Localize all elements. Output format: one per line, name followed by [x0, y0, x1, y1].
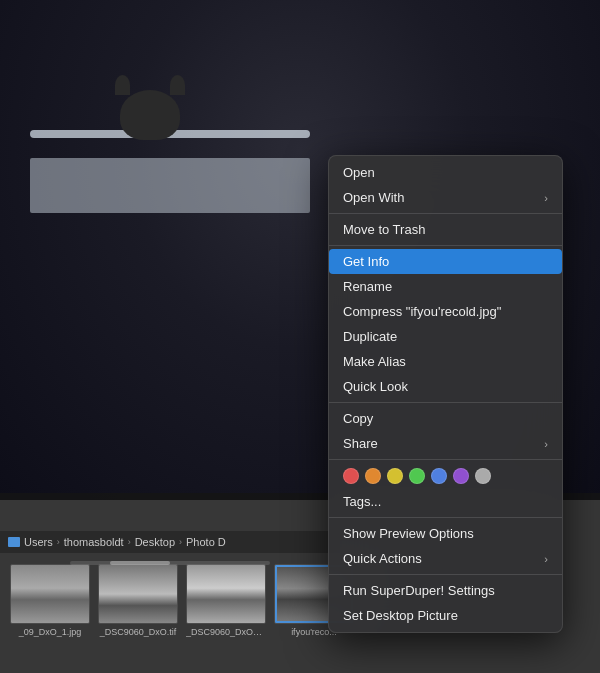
submenu-arrow-icon: ›	[544, 438, 548, 450]
thumbnail-container: _DSC9060_DxO.tif	[98, 564, 178, 637]
breadcrumb-item[interactable]: Desktop	[135, 536, 175, 548]
raccoon-ear-right	[170, 75, 185, 95]
menu-item-rename[interactable]: Rename	[329, 274, 562, 299]
menu-label-share: Share	[343, 436, 378, 451]
breadcrumb-separator: ›	[179, 537, 182, 547]
breadcrumb-separator: ›	[128, 537, 131, 547]
menu-item-share[interactable]: Share ›	[329, 431, 562, 456]
menu-separator	[329, 459, 562, 460]
menu-item-set-desktop[interactable]: Set Desktop Picture	[329, 603, 562, 628]
color-tag-gray[interactable]	[475, 468, 491, 484]
menu-item-open[interactable]: Open	[329, 160, 562, 185]
menu-item-tags[interactable]: Tags...	[329, 489, 562, 514]
menu-label-tags: Tags...	[343, 494, 381, 509]
color-tag-purple[interactable]	[453, 468, 469, 484]
menu-item-get-info[interactable]: Get Info	[329, 249, 562, 274]
menu-item-show-preview-options[interactable]: Show Preview Options	[329, 521, 562, 546]
menu-label-open: Open	[343, 165, 375, 180]
menu-item-quick-look[interactable]: Quick Look	[329, 374, 562, 399]
menu-separator	[329, 402, 562, 403]
thumbnail-image	[187, 565, 265, 623]
color-tag-yellow[interactable]	[387, 468, 403, 484]
folder-icon	[8, 537, 20, 547]
menu-item-quick-actions[interactable]: Quick Actions ›	[329, 546, 562, 571]
thumbnail[interactable]	[98, 564, 178, 624]
menu-separator	[329, 245, 562, 246]
color-tag-blue[interactable]	[431, 468, 447, 484]
breadcrumb-item[interactable]: Users	[24, 536, 53, 548]
menu-item-compress[interactable]: Compress "ifyou'recold.jpg"	[329, 299, 562, 324]
menu-label-show-preview-options: Show Preview Options	[343, 526, 474, 541]
breadcrumb: Users › thomasboldt › Desktop › Photo D	[0, 531, 340, 553]
menu-item-copy[interactable]: Copy	[329, 406, 562, 431]
thumbnail[interactable]	[10, 564, 90, 624]
menu-item-run-superduper[interactable]: Run SuperDuper! Settings	[329, 578, 562, 603]
menu-label-move-to-trash: Move to Trash	[343, 222, 425, 237]
thumbnail-image	[11, 565, 89, 623]
menu-separator	[329, 517, 562, 518]
breadcrumb-separator: ›	[57, 537, 60, 547]
menu-separator	[329, 574, 562, 575]
menu-label-quick-look: Quick Look	[343, 379, 408, 394]
menu-label-get-info: Get Info	[343, 254, 389, 269]
menu-item-make-alias[interactable]: Make Alias	[329, 349, 562, 374]
thumbnail-label: _09_DxO_1.jpg	[10, 627, 90, 637]
raccoon-ear-left	[115, 75, 130, 95]
thumbnail-label: _DSC9060_DxOEdit.jpg	[186, 627, 266, 637]
menu-label-run-superduper: Run SuperDuper! Settings	[343, 583, 495, 598]
thumbnail-container: _DSC9060_DxOEdit.jpg	[186, 564, 266, 637]
thumbnail[interactable]	[186, 564, 266, 624]
snow-roof	[30, 158, 310, 213]
thumbnail-label: _DSC9060_DxO.tif	[98, 627, 178, 637]
menu-label-open-with: Open With	[343, 190, 404, 205]
color-tag-orange[interactable]	[365, 468, 381, 484]
menu-label-copy: Copy	[343, 411, 373, 426]
raccoon-body	[120, 90, 180, 140]
breadcrumb-item[interactable]: Photo D	[186, 536, 226, 548]
context-menu: Open Open With › Move to Trash Get Info …	[328, 155, 563, 633]
menu-label-compress: Compress "ifyou'recold.jpg"	[343, 304, 501, 319]
menu-label-set-desktop: Set Desktop Picture	[343, 608, 458, 623]
menu-label-rename: Rename	[343, 279, 392, 294]
menu-item-duplicate[interactable]: Duplicate	[329, 324, 562, 349]
submenu-arrow-icon: ›	[544, 192, 548, 204]
menu-separator	[329, 213, 562, 214]
menu-label-duplicate: Duplicate	[343, 329, 397, 344]
color-tag-red[interactable]	[343, 468, 359, 484]
menu-item-move-to-trash[interactable]: Move to Trash	[329, 217, 562, 242]
breadcrumb-item[interactable]: thomasboldt	[64, 536, 124, 548]
color-tag-green[interactable]	[409, 468, 425, 484]
menu-label-quick-actions: Quick Actions	[343, 551, 422, 566]
filmstrip: _09_DxO_1.jpg _DSC9060_DxO.tif _DSC9060_…	[0, 558, 380, 643]
color-tags-row	[329, 463, 562, 489]
thumbnail-image	[99, 565, 177, 623]
thumbnail-container: _09_DxO_1.jpg	[10, 564, 90, 637]
submenu-arrow-icon: ›	[544, 553, 548, 565]
menu-label-make-alias: Make Alias	[343, 354, 406, 369]
menu-item-open-with[interactable]: Open With ›	[329, 185, 562, 210]
